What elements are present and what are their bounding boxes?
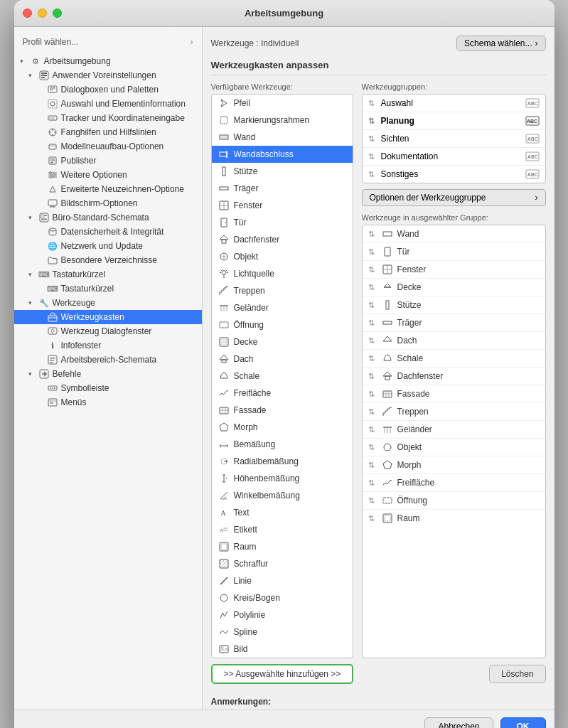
tool-spline[interactable]: Spline — [212, 623, 353, 641]
sidebar-item-modell[interactable]: ▾ Modellneuaufbau-Optionen — [14, 139, 202, 154]
sel-tool-oeffnung[interactable]: ⇅ Öffnung — [363, 492, 545, 510]
tool-wand[interactable]: Wand — [212, 129, 353, 146]
tool-bild[interactable]: Bild — [212, 641, 353, 658]
svg-rect-5 — [50, 87, 55, 89]
sel-tool-wand[interactable]: ⇅ Wand — [363, 225, 545, 243]
tool-stuetze[interactable]: Stütze — [212, 163, 353, 180]
sel-tool-morph[interactable]: ⇅ Morph — [363, 456, 545, 474]
selected-tools-list[interactable]: ⇅ Wand ⇅ Tür — [362, 225, 546, 658]
tool-tuer[interactable]: Tür — [212, 214, 353, 231]
sidebar-item-dialog[interactable]: ▾ Dialogboxen und Paletten — [14, 82, 202, 97]
sidebar-item-weitere[interactable]: ▾ Weitere Optionen — [14, 168, 202, 182]
sel-tool-fenster[interactable]: ⇅ Fenster — [363, 261, 545, 279]
sel-tool-dach[interactable]: ⇅ Dach — [363, 332, 545, 350]
tool-objekt[interactable]: Objekt — [212, 248, 353, 265]
sel-tool-objekt[interactable]: ⇅ Objekt — [363, 439, 545, 456]
sidebar-item-buero[interactable]: ▾ Büro-Standard-Schemata — [14, 210, 202, 225]
tool-linie[interactable]: Linie — [212, 572, 353, 589]
sidebar-item-erweiterte[interactable]: ▾ Erweiterte Neuzeichnen-Optione — [14, 182, 202, 196]
maximize-button[interactable] — [53, 9, 62, 18]
sidebar-item-label: Weitere Optionen — [61, 170, 127, 180]
tool-oeffnung[interactable]: Öffnung — [212, 316, 353, 333]
sidebar-item-besondere[interactable]: ▾ Besondere Verzeichnisse — [14, 253, 202, 267]
close-button[interactable] — [23, 9, 32, 18]
sidebar-item-anwender[interactable]: ▾ Anwender Voreinstellungen — [14, 68, 202, 82]
sel-tool-freiflaeche[interactable]: ⇅ Freifläche — [363, 474, 545, 492]
tool-label: Dach — [234, 354, 254, 364]
sel-tool-fassade[interactable]: ⇅ Fassade — [363, 385, 545, 403]
cancel-button[interactable]: Abbrechen — [424, 717, 493, 728]
sidebar-item-infofenster[interactable]: ▾ ℹ Infofenster — [14, 338, 202, 353]
svg-text:C: C — [535, 154, 538, 159]
tool-dach[interactable]: Dach — [212, 350, 353, 368]
sel-tool-traeger[interactable]: ⇅ Träger — [363, 314, 545, 332]
tool-lichtquelle[interactable]: Lichtquelle — [212, 265, 353, 282]
sel-tool-decke[interactable]: ⇅ Decke — [363, 279, 545, 296]
tool-pfeil[interactable]: Pfeil — [212, 95, 353, 112]
sidebar-item-fanghilfen[interactable]: ▾ Fanghilfen und Hilfslinien — [14, 125, 202, 139]
sidebar-item-arbeitsbereich[interactable]: ▾ Arbeitsbereich-Schemata — [14, 353, 202, 367]
tool-label: Träger — [234, 183, 259, 193]
tool-markierung[interactable]: Markierungsrahmen — [212, 112, 353, 129]
sidebar-item-arbeitsumgebung[interactable]: ▾ ⚙ Arbeitsumgebung — [14, 54, 202, 68]
group-dokumentation[interactable]: ⇅ Dokumentation ABC — [363, 148, 545, 166]
tool-hoehenb[interactable]: + Höhenbemäßung — [212, 470, 353, 487]
tool-wandabschluss[interactable]: Wandabschluss — [212, 146, 353, 163]
tool-radialbem[interactable]: Radialbemäßung — [212, 453, 353, 470]
stairs-icon — [218, 284, 230, 297]
tool-bemessung[interactable]: Bemäßung — [212, 436, 353, 453]
sel-tool-schale[interactable]: ⇅ Schale — [363, 350, 545, 368]
tool-gelaender[interactable]: Geländer — [212, 299, 353, 316]
sel-tool-treppen[interactable]: ⇅ Treppen — [363, 403, 545, 421]
sidebar-item-datensich[interactable]: ▾ Datensicherheit & Integrität — [14, 225, 202, 239]
tool-raum[interactable]: Raum — [212, 538, 353, 555]
minimize-button[interactable] — [38, 9, 47, 18]
sidebar-item-auswahl[interactable]: ▾ Auswahl und Elementinformation — [14, 97, 202, 111]
tool-schraffur[interactable]: Schraffur — [212, 555, 353, 572]
tool-traeger[interactable]: Träger — [212, 180, 353, 197]
sidebar-item-netzwerk[interactable]: ▾ 🌐 Netzwerk und Update — [14, 239, 202, 253]
profile-bar[interactable]: Profil wählen... › — [14, 33, 202, 51]
sidebar-item-werkzeug-dialog[interactable]: ▾ Werkzeug Dialogfenster — [14, 324, 202, 338]
sidebar-item-befehle[interactable]: ▾ Befehle — [14, 367, 202, 381]
group-planung[interactable]: ⇅ Planung ABC — [363, 112, 545, 130]
sidebar-item-bildschirm[interactable]: ▾ Bildschirm-Optionen — [14, 196, 202, 210]
sel-tool-tuer[interactable]: ⇅ Tür — [363, 243, 545, 261]
sidebar-item-werkzeuge[interactable]: ▾ 🔧 Werkzeuge — [14, 296, 202, 310]
delete-button[interactable]: Löschen — [489, 665, 545, 683]
sidebar-item-tastatur[interactable]: ▾ ⌨ Tastaturkürzel — [14, 267, 202, 282]
sidebar-item-tastaturk[interactable]: ▾ ⌨ Tastaturkürzel — [14, 282, 202, 296]
add-selected-button[interactable]: >> Ausgewählte hinzufügen >> — [211, 664, 354, 684]
sel-tool-raum[interactable]: ⇅ Raum — [363, 510, 545, 527]
sel-tool-gelaender[interactable]: ⇅ Geländer — [363, 421, 545, 439]
group-sichten[interactable]: ⇅ Sichten ABC — [363, 130, 545, 148]
tool-fassade[interactable]: Fassade — [212, 402, 353, 419]
roof-window-icon — [381, 370, 394, 382]
ok-button[interactable]: OK — [500, 717, 546, 728]
group-sonstiges[interactable]: ⇅ Sonstiges ABC — [363, 166, 545, 183]
tool-etikett[interactable]: A Etikett — [212, 521, 353, 538]
stairs-icon — [381, 405, 394, 418]
tool-text[interactable]: A Text — [212, 504, 353, 521]
group-auswahl[interactable]: ⇅ Auswahl ABC — [363, 95, 545, 112]
tool-fenster[interactable]: Fenster — [212, 197, 353, 214]
tool-treppen[interactable]: Treppen — [212, 282, 353, 299]
sidebar-item-tracker[interactable]: ▾ XYZ Tracker und Koordinateneingabe — [14, 111, 202, 125]
sidebar-item-symbolleiste[interactable]: ▾ Symbolleiste — [14, 381, 202, 395]
tool-dachfenster[interactable]: Dachfenster — [212, 231, 353, 248]
tool-winkelb[interactable]: Winkelbemäßung — [212, 487, 353, 504]
sel-tool-stuetze[interactable]: ⇅ Stütze — [363, 296, 545, 314]
tool-kreis[interactable]: Kreis/Bogen — [212, 589, 353, 606]
sidebar-item-werkzeugkasten[interactable]: ▾ Werkzeugkasten — [14, 310, 202, 324]
tool-schale[interactable]: Schale — [212, 368, 353, 385]
sidebar-item-menues[interactable]: ▾ Menüs — [14, 395, 202, 410]
tool-polylinie[interactable]: Polylinie — [212, 606, 353, 623]
schema-button[interactable]: Schema wählen... › — [456, 36, 545, 51]
available-tools-list[interactable]: Pfeil Markierungsrahmen Wa — [211, 94, 353, 658]
sel-tool-dachfenster[interactable]: ⇅ Dachfenster — [363, 368, 545, 385]
tool-decke[interactable]: Decke — [212, 333, 353, 350]
tool-morph[interactable]: Morph — [212, 419, 353, 436]
tool-freiflaeche[interactable]: Freifläche — [212, 385, 353, 402]
group-options-button[interactable]: Optionen der Werkzeuggruppe › — [362, 189, 546, 206]
sidebar-item-publisher[interactable]: ▾ Publisher — [14, 154, 202, 168]
